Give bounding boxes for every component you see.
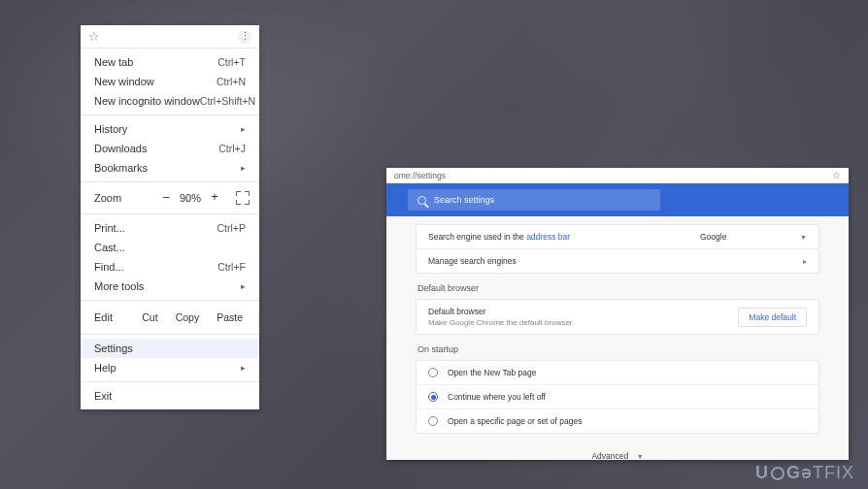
- menu-item-cast[interactable]: Cast...: [81, 238, 259, 257]
- search-engine-label: Search engine used in the address bar: [428, 232, 570, 242]
- default-browser-card: Default browser Make Google Chrome the d…: [416, 299, 819, 335]
- startup-label: Open the New Tab page: [448, 368, 537, 377]
- menu-item-more-tools[interactable]: More tools ▸: [81, 277, 259, 296]
- radio-icon[interactable]: [428, 368, 438, 377]
- advanced-label: Advanced: [591, 451, 628, 460]
- zoom-row: Zoom – 90% +: [81, 186, 259, 210]
- search-icon: [417, 196, 426, 205]
- default-browser-text: Default browser Make Google Chrome the d…: [428, 307, 573, 327]
- submenu-arrow-icon: ▸: [241, 163, 246, 173]
- settings-header-bar: Search settings: [386, 183, 849, 216]
- startup-option-new-tab[interactable]: Open the New Tab page: [417, 361, 818, 385]
- kebab-menu-icon[interactable]: ⋮: [238, 30, 251, 44]
- submenu-arrow-icon: ▸: [241, 124, 246, 134]
- menu-item-help[interactable]: Help ▸: [81, 358, 259, 377]
- menu-section-tools: Print... Ctrl+P Cast... Find... Ctrl+F M…: [81, 214, 259, 301]
- zoom-out-button[interactable]: –: [158, 190, 174, 206]
- cut-button[interactable]: Cut: [133, 309, 166, 326]
- chrome-settings-window: ome://settings ☆ Search settings Search …: [386, 168, 849, 460]
- chevron-down-icon: ▼: [800, 234, 807, 241]
- search-engine-selected: Google: [700, 232, 726, 242]
- menu-item-find[interactable]: Find... Ctrl+F: [81, 257, 259, 277]
- radio-icon[interactable]: [428, 416, 438, 426]
- watermark-text: G: [786, 463, 801, 483]
- submenu-arrow-icon: ▸: [241, 281, 246, 291]
- menu-shortcut: Ctrl+T: [217, 56, 246, 68]
- menu-section-zoom: Zoom – 90% +: [81, 182, 259, 214]
- zoom-label: Zoom: [94, 192, 152, 204]
- menu-shortcut: Ctrl+J: [218, 143, 246, 154]
- search-engine-card: Search engine used in the address bar Go…: [416, 224, 819, 274]
- menu-item-print[interactable]: Print... Ctrl+P: [81, 218, 259, 238]
- menu-item-exit[interactable]: Exit: [81, 386, 259, 406]
- gear-icon: [771, 467, 785, 480]
- chevron-right-icon: ▸: [803, 257, 807, 266]
- chevron-down-icon: ▼: [637, 453, 644, 460]
- settings-titlebar: ome://settings ☆: [386, 168, 849, 183]
- manage-search-engines-label: Manage search engines: [428, 256, 517, 266]
- chrome-main-menu: ☆ ⋮ New tab Ctrl+T New window Ctrl+N New…: [81, 25, 259, 409]
- menu-shortcut: Ctrl+N: [217, 76, 246, 87]
- menu-label: Settings: [94, 342, 133, 354]
- menu-shortcut: Ctrl+Shift+N: [200, 95, 255, 107]
- watermark: U G ə TFIX: [755, 462, 854, 483]
- zoom-in-button[interactable]: +: [207, 190, 222, 206]
- search-engine-row[interactable]: Search engine used in the address bar Go…: [417, 225, 818, 249]
- menu-label: Cast...: [94, 242, 125, 253]
- menu-label: Help: [94, 362, 117, 374]
- default-browser-row: Default browser Make Google Chrome the d…: [417, 300, 818, 334]
- menu-shortcut: Ctrl+F: [217, 261, 246, 273]
- startup-option-specific-page[interactable]: Open a specific page or set of pages: [417, 409, 818, 433]
- radio-icon[interactable]: [428, 392, 438, 402]
- on-startup-section-title: On startup: [417, 344, 819, 354]
- search-engine-prefix: Search engine used in the: [428, 232, 526, 242]
- menu-label: Downloads: [94, 143, 147, 154]
- settings-url: ome://settings: [394, 171, 446, 180]
- paste-button[interactable]: Paste: [208, 309, 251, 326]
- zoom-value: 90%: [180, 192, 201, 204]
- menu-label: Print...: [94, 222, 125, 234]
- menu-label: New window: [94, 76, 154, 87]
- advanced-toggle[interactable]: Advanced ▼: [416, 443, 819, 460]
- menu-label: New tab: [94, 56, 133, 68]
- edit-label: Edit: [94, 311, 133, 323]
- make-default-button[interactable]: Make default: [738, 308, 807, 327]
- search-engine-select[interactable]: Google ▼: [700, 232, 807, 242]
- menu-label: Bookmarks: [94, 162, 148, 174]
- menu-item-new-incognito[interactable]: New incognito window Ctrl+Shift+N: [81, 91, 259, 111]
- submenu-arrow-icon: ▸: [241, 363, 246, 373]
- settings-body: Search engine used in the address bar Go…: [386, 216, 849, 460]
- address-bar-link[interactable]: address bar: [526, 232, 570, 242]
- startup-option-continue[interactable]: Continue where you left off: [417, 385, 818, 409]
- menu-label: History: [94, 123, 127, 135]
- bookmark-star-icon[interactable]: ☆: [88, 29, 100, 44]
- default-browser-section-title: Default browser: [417, 283, 819, 293]
- menu-item-new-window[interactable]: New window Ctrl+N: [81, 72, 259, 91]
- menu-item-settings[interactable]: Settings: [81, 339, 259, 358]
- menu-item-new-tab[interactable]: New tab Ctrl+T: [81, 52, 259, 72]
- menu-section-tabs: New tab Ctrl+T New window Ctrl+N New inc…: [81, 49, 259, 115]
- default-browser-subtitle: Make Google Chrome the default browser: [428, 318, 573, 327]
- startup-label: Continue where you left off: [448, 392, 546, 402]
- menu-item-history[interactable]: History ▸: [81, 119, 259, 139]
- search-placeholder: Search settings: [434, 195, 494, 205]
- fullscreen-icon[interactable]: [236, 191, 250, 205]
- menu-label: New incognito window: [94, 95, 200, 107]
- settings-search-input[interactable]: Search settings: [408, 189, 660, 211]
- default-browser-title: Default browser: [428, 307, 573, 316]
- menu-item-downloads[interactable]: Downloads Ctrl+J: [81, 139, 259, 158]
- menu-section-history: History ▸ Downloads Ctrl+J Bookmarks ▸: [81, 115, 259, 182]
- menu-label: Exit: [94, 390, 112, 402]
- menu-header: ☆ ⋮: [81, 25, 259, 49]
- copy-button[interactable]: Copy: [167, 309, 209, 326]
- menu-item-bookmarks[interactable]: Bookmarks ▸: [81, 158, 259, 178]
- menu-label: Find...: [94, 261, 124, 273]
- bookmark-star-icon[interactable]: ☆: [832, 170, 841, 180]
- menu-label: More tools: [94, 280, 144, 292]
- watermark-text: U: [755, 463, 769, 483]
- on-startup-card: Open the New Tab page Continue where you…: [416, 360, 819, 434]
- menu-section-edit: Edit Cut Copy Paste: [81, 301, 259, 335]
- manage-search-engines-row[interactable]: Manage search engines ▸: [417, 249, 818, 273]
- startup-label: Open a specific page or set of pages: [448, 416, 582, 426]
- edit-row: Edit Cut Copy Paste: [81, 305, 259, 330]
